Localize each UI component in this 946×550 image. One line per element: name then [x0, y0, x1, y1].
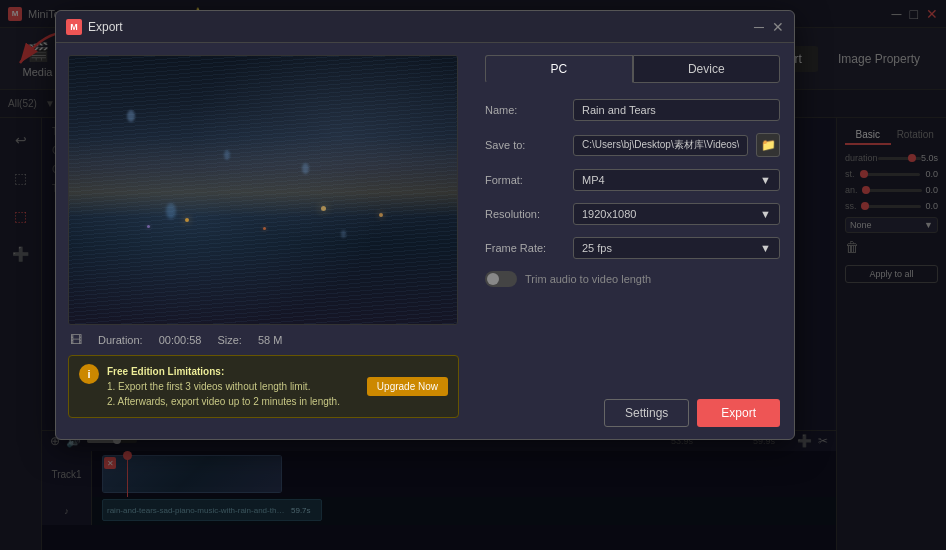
format-select[interactable]: MP4 ▼ — [573, 169, 780, 191]
notice-title: Free Edition Limitations: — [107, 364, 359, 379]
save-to-field-input[interactable] — [573, 135, 748, 156]
notice-text-area: Free Edition Limitations: 1. Export the … — [107, 364, 359, 409]
name-field-row: Name: — [485, 99, 780, 121]
export-button[interactable]: Export — [697, 399, 780, 427]
preview-duration-value: 00:00:58 — [159, 334, 202, 346]
resolution-field-label: Resolution: — [485, 208, 565, 220]
raindrop-5 — [341, 230, 346, 238]
format-field-label: Format: — [485, 174, 565, 186]
frame-rate-select[interactable]: 25 fps ▼ — [573, 237, 780, 259]
dialog-title-text: Export — [88, 20, 123, 34]
light-2 — [263, 227, 266, 230]
resolution-dropdown-icon: ▼ — [760, 208, 771, 220]
rain-visual — [69, 56, 457, 324]
resolution-field-row: Resolution: 1920x1080 ▼ — [485, 203, 780, 225]
format-field-row: Format: MP4 ▼ — [485, 169, 780, 191]
name-field-label: Name: — [485, 104, 565, 116]
export-tab-pc[interactable]: PC — [485, 55, 633, 83]
light-1 — [185, 218, 189, 222]
notice-item-1: 1. Export the first 3 videos without len… — [107, 379, 359, 394]
name-field-input[interactable] — [573, 99, 780, 121]
preview-size-value: 58 M — [258, 334, 282, 346]
folder-browse-button[interactable]: 📁 — [756, 133, 780, 157]
dialog-window-controls: ─ ✕ — [754, 19, 784, 35]
city-lights — [69, 136, 457, 216]
upgrade-now-button[interactable]: Upgrade Now — [367, 377, 448, 396]
export-dialog: M Export ─ ✕ — [55, 10, 795, 440]
film-icon: 🎞 — [70, 333, 82, 347]
raindrop-4 — [302, 163, 309, 174]
preview-image — [68, 55, 458, 325]
trim-audio-toggle[interactable] — [485, 271, 517, 287]
dialog-preview-section: 🎞 Duration: 00:00:58 Size: 58 M i Free E… — [56, 43, 471, 439]
settings-button[interactable]: Settings — [604, 399, 689, 427]
frame-rate-value: 25 fps — [582, 242, 612, 254]
notice-info-icon: i — [79, 364, 99, 384]
frame-rate-field-label: Frame Rate: — [485, 242, 565, 254]
trim-audio-row: Trim audio to video length — [485, 271, 780, 287]
preview-duration-label: Duration: — [98, 334, 143, 346]
frame-rate-dropdown-icon: ▼ — [760, 242, 771, 254]
format-value: MP4 — [582, 174, 605, 186]
resolution-value: 1920x1080 — [582, 208, 636, 220]
save-to-field-label: Save to: — [485, 139, 565, 151]
trim-audio-label: Trim audio to video length — [525, 273, 651, 285]
dialog-logo: M — [66, 19, 82, 35]
export-tab-device[interactable]: Device — [633, 55, 781, 83]
free-edition-notice: i Free Edition Limitations: 1. Export th… — [68, 355, 459, 418]
dialog-footer: Settings Export — [485, 399, 780, 427]
preview-info-bar: 🎞 Duration: 00:00:58 Size: 58 M — [68, 333, 459, 347]
dialog-body: 🎞 Duration: 00:00:58 Size: 58 M i Free E… — [56, 43, 794, 439]
toggle-knob — [487, 273, 499, 285]
resolution-select[interactable]: 1920x1080 ▼ — [573, 203, 780, 225]
frame-rate-field-row: Frame Rate: 25 fps ▼ — [485, 237, 780, 259]
dialog-title-bar: M Export ─ ✕ — [56, 11, 794, 43]
format-dropdown-icon: ▼ — [760, 174, 771, 186]
dialog-minimize-icon[interactable]: ─ — [754, 19, 764, 35]
dialog-close-icon[interactable]: ✕ — [772, 19, 784, 35]
export-tabs: PC Device — [485, 55, 780, 83]
raindrop-1 — [127, 110, 135, 122]
raindrop-3 — [166, 203, 176, 219]
save-to-field-row: Save to: 📁 — [485, 133, 780, 157]
light-4 — [147, 225, 150, 228]
dialog-settings-section: PC Device Name: Save to: 📁 Format: MP4 — [471, 43, 794, 439]
preview-size-label: Size: — [217, 334, 241, 346]
notice-item-2: 2. Afterwards, export video up to 2 minu… — [107, 394, 359, 409]
